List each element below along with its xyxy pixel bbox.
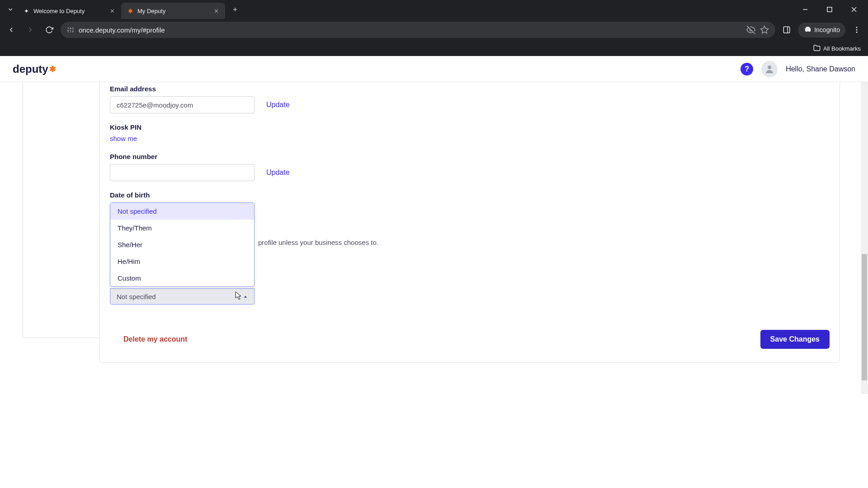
pronoun-select[interactable]: Not specified (110, 288, 255, 305)
minimize-button[interactable] (795, 2, 816, 17)
content-area: Email address Update Kiosk PIN show me P… (0, 82, 868, 488)
tab-title: My Deputy (137, 8, 209, 14)
email-input[interactable] (110, 96, 255, 113)
pronoun-option-she-her[interactable]: She/Her (110, 236, 254, 253)
show-me-link[interactable]: show me (110, 135, 137, 142)
header-right: ? Hello, Shane Dawson (741, 61, 855, 77)
new-tab-button[interactable] (229, 3, 241, 16)
menu-button[interactable] (849, 22, 864, 38)
pronoun-option-he-him[interactable]: He/Him (110, 253, 254, 270)
url-text: once.deputy.com/my/#profile (79, 26, 742, 34)
dob-field-group: Date of birth Not specified They/Them Sh… (110, 191, 830, 305)
address-bar[interactable]: once.deputy.com/my/#profile (61, 22, 775, 38)
address-bar-row: once.deputy.com/my/#profile Incognito (0, 19, 868, 41)
delete-account-link[interactable]: Delete my account (123, 335, 187, 343)
tab-title: Welcome to Deputy (33, 8, 105, 14)
reload-button[interactable] (42, 22, 57, 38)
actions-row: Delete my account Save Changes (110, 330, 830, 349)
svg-rect-17 (783, 27, 790, 33)
save-changes-button[interactable]: Save Changes (760, 330, 830, 349)
email-label: Email address (110, 85, 830, 93)
tab-bar: ✦ Welcome to Deputy ✕ ✱ My Deputy ✕ (0, 0, 868, 19)
maximize-button[interactable] (819, 2, 840, 17)
side-panel-icon[interactable] (779, 22, 794, 38)
chevron-up-icon (243, 293, 248, 300)
svg-point-21 (856, 32, 858, 33)
kiosk-label: Kiosk PIN (110, 123, 830, 131)
profile-helper-text: profile unless your business chooses to. (258, 239, 378, 246)
close-icon[interactable]: ✕ (108, 7, 116, 14)
pronoun-dropdown-container: Not specified They/Them She/Her He/Him C… (110, 202, 255, 305)
pronoun-dropdown-list: Not specified They/Them She/Her He/Him C… (110, 202, 255, 287)
sidebar-panel (23, 82, 99, 338)
svg-point-20 (856, 29, 858, 31)
window-controls (795, 2, 868, 17)
logo-text: deputy (13, 63, 48, 75)
bookmarks-bar: All Bookmarks (0, 41, 868, 56)
tab-welcome[interactable]: ✦ Welcome to Deputy ✕ (17, 3, 121, 19)
svg-marker-16 (761, 26, 769, 33)
incognito-label: Incognito (814, 26, 840, 33)
forward-button[interactable] (23, 22, 38, 38)
phone-field-group: Phone number Update (110, 153, 830, 181)
folder-icon (813, 44, 821, 53)
logo-star-icon: ✱ (49, 64, 56, 74)
phone-input[interactable] (110, 164, 255, 181)
update-email-link[interactable]: Update (266, 101, 290, 109)
deputy-favicon-icon: ✱ (127, 7, 134, 14)
close-icon[interactable]: ✕ (212, 7, 220, 14)
browser-chrome: ✦ Welcome to Deputy ✕ ✱ My Deputy ✕ once… (0, 0, 868, 56)
site-settings-icon[interactable] (67, 26, 74, 33)
email-field-group: Email address Update (110, 85, 830, 113)
pronoun-option-not-specified[interactable]: Not specified (110, 203, 254, 220)
scrollbar[interactable] (861, 82, 868, 394)
update-phone-link[interactable]: Update (266, 169, 290, 177)
sparkle-icon: ✦ (23, 7, 30, 14)
svg-point-22 (768, 66, 771, 69)
kiosk-field-group: Kiosk PIN show me (110, 123, 830, 143)
close-window-button[interactable] (844, 2, 864, 17)
incognito-icon (803, 25, 811, 35)
dob-label: Date of birth (110, 191, 830, 199)
cursor-icon (235, 291, 242, 302)
deputy-logo[interactable]: deputy✱ (13, 63, 56, 75)
pronoun-option-they-them[interactable]: They/Them (110, 220, 254, 236)
svg-point-19 (856, 27, 858, 28)
avatar[interactable] (761, 61, 778, 77)
scrollbar-thumb[interactable] (862, 254, 867, 380)
pronoun-select-value: Not specified (117, 293, 156, 300)
app-header: deputy✱ ? Hello, Shane Dawson (0, 56, 868, 82)
greeting-text: Hello, Shane Dawson (786, 65, 855, 73)
star-icon[interactable] (760, 25, 769, 34)
profile-card: Email address Update Kiosk PIN show me P… (99, 82, 840, 363)
phone-label: Phone number (110, 153, 830, 160)
tab-my-deputy[interactable]: ✱ My Deputy ✕ (121, 3, 225, 19)
svg-rect-3 (827, 7, 832, 12)
help-icon[interactable]: ? (741, 63, 753, 75)
back-button[interactable] (4, 22, 19, 38)
pronoun-option-custom[interactable]: Custom (110, 270, 254, 286)
incognito-indicator[interactable]: Incognito (798, 23, 845, 38)
eye-off-icon[interactable] (746, 25, 755, 34)
svg-marker-23 (244, 296, 247, 297)
tab-search-icon[interactable] (4, 3, 17, 16)
all-bookmarks-link[interactable]: All Bookmarks (823, 45, 861, 52)
